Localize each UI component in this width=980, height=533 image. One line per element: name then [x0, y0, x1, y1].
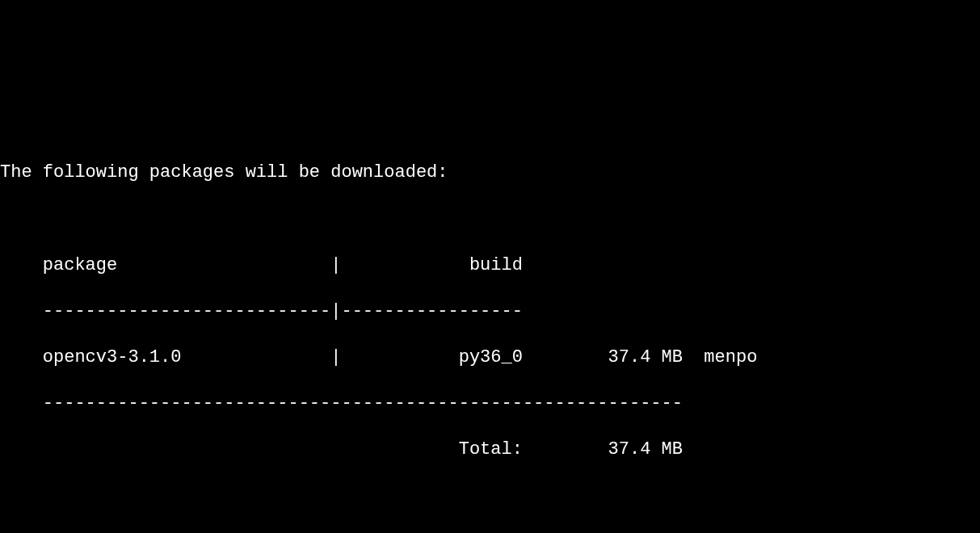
table-divider: ----------------------------------------… — [0, 392, 980, 416]
blank-line — [0, 485, 980, 508]
blank-line — [0, 208, 980, 231]
table-header: package | build — [0, 254, 980, 278]
table-divider: ---------------------------|------------… — [0, 300, 980, 324]
terminal-output: The following packages will be downloade… — [0, 92, 980, 533]
table-total: Total: 37.4 MB — [0, 439, 980, 462]
download-header: The following packages will be downloade… — [0, 162, 980, 185]
table-row-opencv3: opencv3-3.1.0 | py36_0 37.4 MB menpo — [0, 346, 980, 370]
blank-line — [0, 115, 980, 139]
